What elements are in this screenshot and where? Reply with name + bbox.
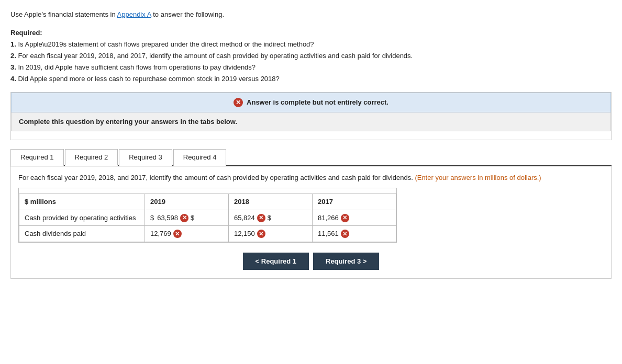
tab-content-area: For each fiscal year 2019, 2018, and 201…: [10, 166, 612, 279]
req-text-4: Did Apple spend more or less cash to rep…: [18, 75, 279, 83]
required-header: Required:: [10, 29, 42, 37]
cell-dividends-2019: 12,769 ✕: [145, 226, 229, 242]
value-operating-2018: 65,824: [234, 213, 255, 223]
req-num-4: 4.: [10, 75, 16, 83]
req-text-2: For each fiscal year 2019, 2018, and 201…: [18, 52, 413, 60]
intro-text-suffix: to answer the following.: [151, 10, 224, 18]
data-table-wrapper: $ millions 2019 2018 2017 Cash provided …: [18, 188, 397, 243]
req-num-1: 1.: [10, 40, 16, 48]
intro-paragraph: Use Apple’s financial statements in Appe…: [10, 9, 612, 20]
value-dividends-2019: 12,769: [150, 229, 171, 239]
tab-desc-sub: (Enter your answers in millions of dolla…: [415, 174, 541, 181]
tab-description: For each fiscal year 2019, 2018, and 201…: [18, 173, 604, 183]
error-badge-operating-2017: ✕: [341, 214, 349, 222]
tabs-container: Required 1 Required 2 Required 3 Require…: [10, 149, 612, 279]
error-icon: ✕: [234, 98, 243, 107]
answer-banner-text: Answer is complete but not entirely corr…: [247, 98, 388, 106]
error-badge-dividends-2019: ✕: [173, 230, 182, 238]
req-text-1: Is Apple\u2019s statement of cash flows …: [18, 40, 314, 48]
col-header-2017: 2017: [313, 194, 396, 210]
complete-banner: Complete this question by entering your …: [11, 112, 611, 131]
dollar-sign: $: [150, 213, 154, 223]
prev-button[interactable]: < Required 1: [243, 253, 309, 270]
complete-banner-text: Complete this question by entering your …: [19, 118, 237, 126]
row-label-dividends: Cash dividends paid: [19, 226, 145, 242]
req-num-2: 2.: [10, 52, 16, 60]
table-row: Cash dividends paid 12,769 ✕ 12,150 ✕: [19, 226, 396, 242]
row-label-operating: Cash provided by operating activities: [19, 210, 145, 226]
error-badge-dividends-2018: ✕: [257, 230, 265, 238]
error-badge-dividends-2017: ✕: [341, 230, 349, 238]
cell-operating-2017: 81,266 ✕: [313, 210, 396, 226]
tab-required-3[interactable]: Required 3: [119, 149, 172, 166]
error-badge-operating-2019: ✕: [180, 214, 188, 222]
req-num-3: 3.: [10, 63, 16, 71]
dollar-sign-2: $: [191, 213, 194, 223]
cell-operating-2019: $ 63,598 ✕ $: [145, 210, 229, 226]
tab-required-2[interactable]: Required 2: [65, 149, 118, 166]
cell-dividends-2018: 12,150 ✕: [229, 226, 313, 242]
next-button[interactable]: Required 3 >: [313, 253, 379, 270]
required-section: Required: 1. Is Apple\u2019s statement o…: [10, 27, 612, 85]
req-text-3: In 2019, did Apple have sufficient cash …: [18, 63, 256, 71]
table-row: Cash provided by operating activities $ …: [19, 210, 396, 226]
value-dividends-2017: 11,561: [318, 229, 339, 239]
answer-container: ✕ Answer is complete but not entirely co…: [10, 92, 612, 140]
tab-desc-main: For each fiscal year 2019, 2018, and 201…: [18, 174, 413, 181]
value-operating-2017: 81,266: [318, 213, 339, 223]
col-header-2019: 2019: [145, 194, 229, 210]
intro-text-prefix: Use Apple’s financial statements in: [10, 10, 117, 18]
data-table: $ millions 2019 2018 2017 Cash provided …: [19, 194, 396, 242]
dollar-sign-3: $: [268, 213, 271, 223]
tab-required-4[interactable]: Required 4: [173, 149, 227, 166]
cell-dividends-2017: 11,561 ✕: [313, 226, 396, 242]
nav-buttons: < Required 1 Required 3 >: [18, 253, 604, 270]
tab-required-1[interactable]: Required 1: [10, 149, 64, 166]
error-badge-operating-2018: ✕: [257, 214, 265, 222]
cell-operating-2018: 65,824 ✕ $: [229, 210, 313, 226]
col-header-2018: 2018: [229, 194, 313, 210]
col-header-label: $ millions: [19, 194, 145, 210]
appendix-link[interactable]: Appendix A: [117, 10, 151, 18]
answer-banner: ✕ Answer is complete but not entirely co…: [11, 93, 611, 112]
value-dividends-2018: 12,150: [234, 229, 255, 239]
value-operating-2019: 63,598: [157, 213, 178, 223]
tabs-row: Required 1 Required 2 Required 3 Require…: [10, 149, 612, 166]
